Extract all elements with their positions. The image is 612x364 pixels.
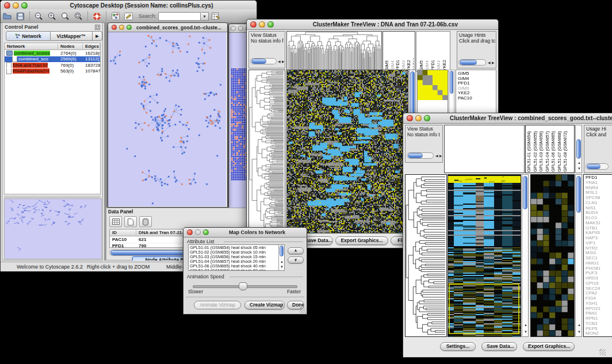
tab-overflow-arrow[interactable]: ▶ (93, 31, 102, 41)
zoom-vscrollbar[interactable]: ▲ ▼ (575, 174, 582, 337)
gene-label[interactable]: GPI16 (586, 281, 612, 286)
network-table-header[interactable]: NetworkNodesEdges (5, 43, 100, 50)
heatmap-vscrollbar[interactable]: ▲ ▼ (522, 174, 529, 337)
treeview2-titlebar[interactable]: ClusterMaker TreeView : combined_scores_… (403, 113, 612, 124)
attribute-list[interactable]: GPL51-01 (GSM854) heat shock 05 minGPL51… (188, 244, 285, 271)
view-status-hscrollbar[interactable] (250, 58, 277, 64)
minimize-icon[interactable] (259, 21, 265, 28)
gene-label[interactable]: SEC24 (586, 286, 612, 292)
gene-label[interactable]: YRA1 (586, 181, 612, 186)
column-dendrogram-panel[interactable] (286, 31, 382, 72)
slider-thumb[interactable] (239, 282, 247, 290)
usage-hints-hscrollbar[interactable] (586, 163, 609, 170)
column-labels-vscrollbar[interactable]: ▲ ▼ (575, 125, 582, 173)
global-heatmap-panel[interactable] (447, 174, 521, 337)
network-tree-row[interactable]: DNA and Tran 07769(0)183728(0) (5, 62, 100, 68)
scroll-right-icon[interactable]: ▶ (282, 60, 285, 63)
float-panel-icon[interactable] (95, 22, 100, 32)
help-lifebuoy-icon[interactable] (91, 11, 102, 22)
gene-label[interactable]: YSH1 (586, 301, 612, 306)
minimize-icon[interactable] (119, 25, 124, 30)
column-tree-panel[interactable] (444, 125, 525, 173)
gene-label[interactable]: NTR2 (586, 246, 612, 251)
usage-hints-hscrollbar[interactable] (458, 59, 486, 66)
settings-button[interactable]: Settings... (440, 342, 476, 351)
scroll-down-icon[interactable]: ▼ (524, 330, 527, 334)
gene-label[interactable]: RNR4 (586, 186, 612, 191)
create-vizmap-button[interactable]: Create Vizmap (244, 301, 285, 309)
search-dropdown-icon[interactable]: ▼ (201, 12, 209, 21)
scroll-down-icon[interactable]: ▼ (280, 265, 284, 269)
gene-label[interactable]: CPA2 (586, 291, 612, 296)
gene-label[interactable]: RPN1 (586, 316, 612, 321)
birdseye-overview[interactable] (4, 198, 102, 259)
zoom-window-icon[interactable] (267, 21, 274, 28)
row-dendrogram-panel[interactable] (248, 70, 285, 233)
tab-vizmapper[interactable]: VizMapper™ (51, 31, 93, 41)
gene-label[interactable]: VIP1 (586, 241, 612, 246)
export-graphics-button[interactable]: Export Graphics... (523, 342, 575, 351)
zoom-heatmap-canvas[interactable] (531, 175, 574, 336)
gene-label[interactable]: FIG4 (586, 296, 612, 301)
zoom-selected-icon[interactable] (73, 11, 84, 22)
gene-label[interactable]: NIS1 (586, 206, 612, 211)
gene-label[interactable]: TCB3 (586, 321, 612, 327)
row-dendrogram-canvas[interactable] (406, 175, 446, 336)
scroll-right-icon[interactable]: ▶ (439, 154, 442, 158)
gene-label[interactable]: MSI1 (586, 251, 612, 256)
gene-label[interactable]: PHO81 (586, 266, 612, 271)
global-heatmap-canvas[interactable] (287, 70, 408, 233)
scroll-up-icon[interactable]: ▲ (577, 161, 581, 164)
zoom-out-icon[interactable] (33, 11, 44, 22)
zoom-heatmap-canvas[interactable] (418, 70, 447, 100)
network-canvas[interactable] (108, 32, 226, 206)
attribute-item[interactable]: GPL51-03 (GSM856) heat shock 15 min (189, 255, 284, 259)
gene-label[interactable]: GIM5 (458, 71, 496, 76)
new-attribute-icon[interactable] (124, 216, 137, 227)
select-attributes-icon[interactable] (109, 216, 122, 227)
attribute-item[interactable]: GPL51-01 (GSM854) heat shock 05 min (189, 246, 284, 250)
zoom-window-icon[interactable] (21, 2, 28, 9)
search-input[interactable] (158, 12, 201, 21)
gene-label[interactable]: HMG1 (586, 261, 612, 266)
attribute-item[interactable]: GPL51-07 (GSM868) heat shock 60 min (189, 269, 284, 271)
gene-label[interactable]: SPC98 (586, 196, 612, 201)
gene-label[interactable]: PUF3 (586, 271, 612, 276)
gene-label[interactable]: MON2 (586, 331, 612, 336)
close-icon[interactable] (250, 21, 257, 28)
zoom-heatmap-panel[interactable] (530, 174, 575, 337)
attribute-item[interactable]: GPL51-06 (GSM865) heat shock 40 min (189, 264, 284, 269)
gene-label[interactable]: PFD1 (458, 81, 496, 86)
scroll-left-icon[interactable]: ◀ (278, 60, 281, 63)
scroll-up-icon[interactable]: ▲ (524, 323, 527, 327)
view-status-hscrollbar[interactable] (407, 152, 434, 159)
tab-network[interactable]: Network (6, 31, 51, 41)
gene-label[interactable]: GTB1 (586, 226, 612, 231)
gene-label[interactable]: BUD4 (586, 210, 612, 216)
gene-label[interactable]: ELG1 (586, 216, 612, 221)
annotation-icon[interactable] (123, 11, 134, 22)
panel-splitter[interactable] (4, 196, 101, 198)
minimize-icon[interactable] (415, 115, 422, 121)
network-tree-row[interactable]: RNAPuberNov2+I563(0)107847(0) (5, 68, 100, 75)
row-dendrogram-canvas[interactable] (249, 70, 285, 233)
gene-label[interactable]: KAP95 (586, 231, 612, 236)
network-manager-icon[interactable] (110, 11, 121, 22)
close-icon[interactable] (187, 229, 193, 235)
scroll-left-icon[interactable]: ◀ (488, 61, 491, 64)
close-icon[interactable] (112, 25, 117, 30)
resize-grip[interactable] (300, 307, 306, 313)
minimize-icon[interactable] (13, 2, 19, 9)
open-folder-icon[interactable] (2, 11, 13, 22)
gene-label[interactable]: PAC10 (458, 96, 496, 101)
zoom-in-icon[interactable] (47, 11, 58, 22)
move-down-button[interactable]: ∨ (288, 256, 304, 263)
export-graphics-button[interactable]: Export Graphics... (335, 236, 388, 245)
zoom-window-icon[interactable] (203, 229, 209, 235)
close-icon[interactable] (4, 2, 10, 9)
gene-label[interactable]: YKE2 (458, 91, 496, 96)
scroll-left-icon[interactable]: ◀ (435, 154, 438, 158)
minimize-icon[interactable] (238, 26, 243, 31)
network-tree-row[interactable]: combined_sco2569(6)13112(15) (5, 56, 100, 63)
close-icon[interactable] (231, 26, 236, 31)
